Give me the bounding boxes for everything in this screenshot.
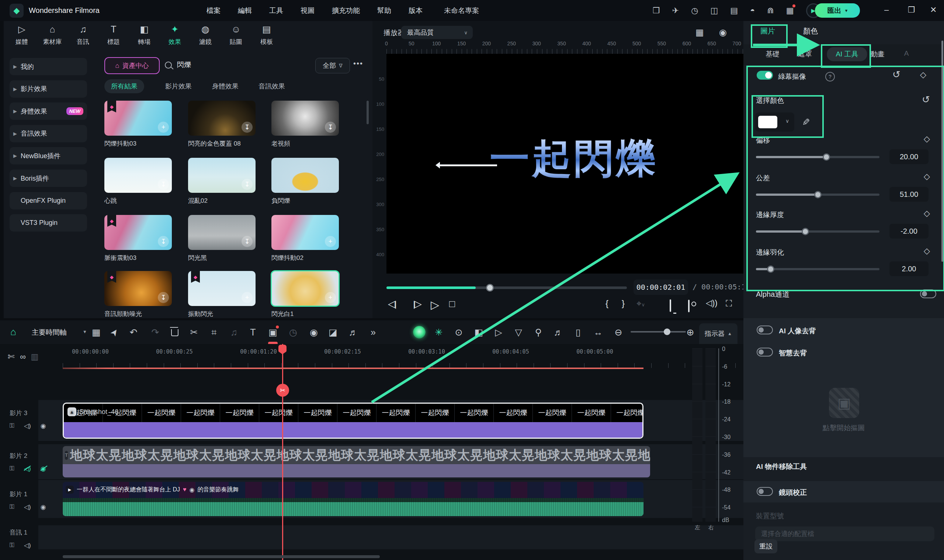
play-button[interactable]: ▷: [431, 298, 439, 311]
eye-icon[interactable]: ◉: [40, 503, 46, 511]
sidebar-item-2[interactable]: ▶身體效果NEW: [9, 103, 87, 120]
previous-frame-button[interactable]: ◁▏: [388, 298, 400, 310]
media-tab-0[interactable]: ▷媒體: [6, 24, 38, 46]
subtab-0[interactable]: 基礎: [765, 49, 779, 59]
device-record-icon[interactable]: ▯: [576, 327, 581, 338]
playhead-handle[interactable]: [279, 345, 286, 354]
media-tab-3[interactable]: T標題: [98, 24, 129, 46]
effect-card-3[interactable]: ↧心跳: [104, 158, 172, 205]
eraser-clip-icon[interactable]: ◪: [328, 327, 337, 338]
smart-cutout-toggle[interactable]: [757, 348, 773, 358]
razor-tool-icon[interactable]: ✄: [8, 352, 14, 362]
lock-icon[interactable]: ⚿: [9, 503, 14, 511]
undo-icon[interactable]: ↶: [130, 327, 137, 338]
indicator-panel-button[interactable]: 指示器▲: [699, 323, 738, 344]
audio-detach-icon[interactable]: ♫: [231, 327, 237, 338]
sidebar-item-0[interactable]: ▶我的: [9, 58, 87, 75]
effect-card-8[interactable]: +閃爍抖動02: [271, 215, 339, 262]
result-tab-2[interactable]: 身體效果: [205, 79, 245, 93]
stop-button[interactable]: □: [449, 298, 455, 310]
close-button[interactable]: ✕: [930, 5, 936, 15]
effect-thumbnail[interactable]: ↧: [188, 101, 256, 136]
effect-card-2[interactable]: ↧老視頻: [271, 101, 339, 148]
playback-progress-bar[interactable]: [387, 286, 627, 289]
sidebar-item-5[interactable]: ▶Boris插件: [9, 169, 87, 187]
effect-thumbnail[interactable]: +: [271, 215, 339, 250]
fullscreen-icon[interactable]: ⛶: [726, 298, 732, 309]
device-model-select[interactable]: 選擇合適的配置檔: [755, 526, 935, 541]
title-clip[interactable]: 一起閃爍一起閃爍一起閃爍一起閃爍一起閃爍一起閃爍一起閃爍一起閃爍一起閃爍一起閃爍…: [63, 403, 644, 439]
sidebar-item-4[interactable]: ▶NewBlue插件: [9, 147, 87, 165]
menu-item-5[interactable]: 幫助: [377, 6, 391, 15]
effect-card-6[interactable]: ◆↧脈衝震動03: [104, 215, 172, 262]
download-icon[interactable]: ↧: [242, 236, 253, 247]
upload-icon[interactable]: ◓: [750, 6, 755, 15]
mark-in-icon[interactable]: {: [605, 298, 608, 309]
mark-out-icon[interactable]: }: [622, 298, 625, 309]
effect-card-10[interactable]: ◆+振動閃光: [188, 271, 256, 318]
apps-grid-icon[interactable]: ▦: [92, 327, 101, 338]
menu-item-3[interactable]: 視圖: [300, 6, 314, 15]
blend-icon[interactable]: ◉: [310, 327, 318, 338]
timeline-zoom-slider[interactable]: [631, 331, 686, 332]
share-icon[interactable]: ✈: [672, 6, 679, 15]
more-tools-icon[interactable]: »: [371, 327, 376, 338]
select-cursor-icon[interactable]: ➤: [108, 326, 121, 339]
media-tab-4[interactable]: ◧轉場: [128, 24, 160, 46]
redo-icon[interactable]: ↷: [152, 327, 159, 338]
minimize-button[interactable]: –: [884, 5, 889, 15]
download-icon[interactable]: ↧: [158, 179, 169, 190]
display-device-icon[interactable]: [670, 300, 671, 312]
sidebar-item-7[interactable]: VST3 Plugin: [9, 214, 87, 232]
apps-grid-icon[interactable]: ▦: [786, 6, 794, 15]
download-icon[interactable]: ↧: [325, 122, 336, 133]
video-clip[interactable]: ▶ 一群人在不間斷的夜總會隨著舞台上 DJ ♥ ◉ 的音樂節奏跳舞: [63, 482, 644, 516]
progress-handle[interactable]: [486, 284, 494, 292]
menu-item-6[interactable]: 版本: [408, 6, 423, 15]
quality-select[interactable]: 最高品質∨: [401, 26, 473, 39]
fit-timeline-icon[interactable]: ↔: [594, 327, 603, 338]
save-icon[interactable]: ▤: [730, 6, 738, 15]
effect-thumbnail[interactable]: ↧: [188, 158, 256, 193]
menu-item-0[interactable]: 檔案: [206, 6, 220, 15]
lock-icon[interactable]: ⚿: [9, 465, 14, 472]
subtab-1[interactable]: 遮罩: [798, 49, 812, 59]
add-icon[interactable]: +: [242, 292, 253, 303]
restore-button[interactable]: ❐: [908, 5, 915, 15]
multicam-icon[interactable]: ◧: [474, 327, 483, 338]
ai-portrait-toggle[interactable]: [757, 326, 773, 336]
add-icon[interactable]: +: [325, 292, 336, 303]
asset-center-button[interactable]: ⌂資產中心: [104, 57, 160, 74]
eye-off-icon[interactable]: ◉: [40, 465, 46, 472]
media-tab-8[interactable]: ▤模板: [251, 24, 282, 46]
crop-icon[interactable]: ⌗: [211, 327, 216, 338]
subtab-4[interactable]: A: [904, 49, 909, 57]
scope-icon[interactable]: ◉: [719, 27, 727, 38]
lens-correction-toggle[interactable]: [757, 487, 773, 497]
marker-icon[interactable]: ⌖∨: [636, 298, 645, 309]
voiceover-mic-icon[interactable]: ⚲: [535, 327, 542, 338]
split-scissors-badge[interactable]: ✂: [276, 384, 289, 397]
shield-icon[interactable]: ▽: [515, 327, 522, 338]
inspector-tab-1[interactable]: 顏色: [803, 26, 818, 36]
preview-render-icon[interactable]: ▷: [495, 327, 502, 338]
menu-item-4[interactable]: 擴充功能: [332, 6, 360, 15]
effect-thumbnail[interactable]: +: [271, 271, 339, 306]
speed-icon[interactable]: ◷: [289, 327, 297, 338]
result-tab-0[interactable]: 所有結果: [104, 79, 144, 93]
media-tab-1[interactable]: ⌂素材庫: [37, 24, 68, 46]
speaker-muted-icon[interactable]: ◁): [24, 465, 31, 472]
grid-scrollbar[interactable]: [367, 101, 369, 124]
filter-all-button[interactable]: 全部∇: [315, 58, 350, 73]
result-tab-1[interactable]: 影片效果: [159, 79, 199, 93]
start-cutout-label[interactable]: 點擊開始摳圖: [744, 423, 944, 433]
ai-copilot-orb[interactable]: [413, 326, 425, 338]
trash-icon[interactable]: [171, 329, 179, 336]
effect-thumbnail[interactable]: ◆+: [188, 271, 256, 306]
subtab-3[interactable]: 動畫: [871, 49, 885, 59]
export-button[interactable]: 匯出▾: [815, 3, 860, 18]
effect-thumbnail[interactable]: [271, 158, 339, 193]
result-tab-3[interactable]: 音訊效果: [252, 79, 292, 93]
effect-thumbnail[interactable]: ◆↧: [104, 271, 172, 306]
link-clips-icon[interactable]: ∞: [20, 352, 26, 362]
